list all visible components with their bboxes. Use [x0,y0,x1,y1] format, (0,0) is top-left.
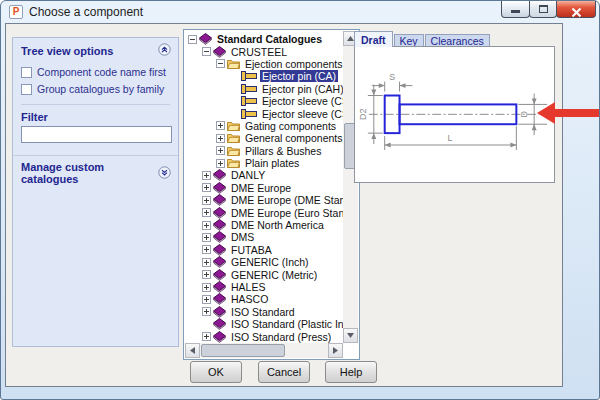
tree-row[interactable]: FUTABA [185,244,343,256]
tree-view-options-title: Tree view options [21,45,113,57]
tree-row[interactable]: DMS [185,231,343,243]
tree-row-label: DME Europe [229,182,293,194]
expand-toggle-plus-icon[interactable] [216,159,225,168]
pin-icon [241,109,257,119]
tree-row[interactable]: Pillars & Bushes [185,145,343,157]
left-panel: Tree view options Component code name fi… [12,37,179,347]
tree-row[interactable]: DME Europe (Euro Standard) [185,206,343,218]
expand-toggle-plus-icon[interactable] [202,258,211,267]
expand-toggle-plus-icon[interactable] [202,221,211,230]
tree-row[interactable]: ISO Standard [185,306,343,318]
dim-label-d2: D2 [358,109,368,120]
book-icon [213,219,226,231]
tree-row[interactable]: DANLY [185,169,343,181]
pin-icon [241,96,257,106]
tree-row[interactable]: Ejection components [185,58,343,70]
scroll-down-button[interactable] [343,328,358,343]
horizontal-scrollbar[interactable] [185,343,343,358]
manage-custom-catalogues-header: Manage custom catalogues [13,155,178,188]
filter-input[interactable] [21,126,172,143]
minimize-button[interactable] [501,1,530,18]
tree-row[interactable]: CRUSTEEL [185,45,343,57]
expand-toggle-minus-icon[interactable] [188,35,197,44]
tree-row[interactable]: HALES [185,281,343,293]
divider [21,104,170,105]
expand-toggle-plus-icon[interactable] [202,208,211,217]
pin-drawing: S D2 L D [355,47,554,183]
tree-row-label: ISO Standard [229,306,297,318]
tree-row[interactable]: General components [185,132,343,144]
scroll-left-button[interactable] [185,343,200,358]
app-icon: P [9,5,23,19]
expand-chevron-icon[interactable] [158,166,171,181]
collapse-chevron-icon[interactable] [158,43,171,58]
expand-toggle-plus-icon[interactable] [202,233,211,242]
tree-row-label: HASCO [229,293,270,305]
filter-label: Filter [21,111,170,123]
checkbox-row-0[interactable]: Component code name first [21,66,172,78]
expand-toggle-plus-icon[interactable] [202,196,211,205]
tab-draft[interactable]: Draft [354,31,393,47]
tree-row[interactable]: DME Europe (DME Standard) [185,194,343,206]
book-icon [213,244,226,256]
book-icon [199,33,212,45]
tree-row-label: ISO Standard (Press) [229,331,333,343]
expand-toggle-minus-icon[interactable] [202,47,211,56]
tree-row[interactable]: Plain plates [185,157,343,169]
expand-toggle-plus-icon[interactable] [202,295,211,304]
tree-row[interactable]: GENERIC (Inch) [185,256,343,268]
expand-toggle-plus-icon[interactable] [202,283,211,292]
help-button[interactable]: Help [325,361,377,383]
book-icon [213,306,226,318]
tree-row-label: Gating components [243,120,338,132]
book-icon [213,46,226,58]
book-icon [213,182,226,194]
tree-row[interactable]: GENERIC (Metric) [185,268,343,280]
expand-toggle-plus-icon[interactable] [202,183,211,192]
tree-row[interactable]: Gating components [185,120,343,132]
cancel-button[interactable]: Cancel [258,361,310,383]
folder-icon [227,59,240,69]
tree-row[interactable]: Ejector sleeve (CSH) [185,107,343,119]
tree-row[interactable]: DME North America [185,219,343,231]
expand-toggle-plus-icon[interactable] [202,270,211,279]
expand-toggle-minus-icon[interactable] [216,59,225,68]
maximize-button[interactable] [529,1,557,18]
expand-toggle-plus-icon[interactable] [202,245,211,254]
scroll-right-button[interactable] [328,343,343,358]
pin-icon [241,71,257,81]
tree-row[interactable]: Standard Catalogues [185,33,343,45]
tree-row-label: DME Europe (Euro Standard) [229,207,343,219]
folder-icon [227,121,240,131]
tree-row[interactable]: HASCO [185,293,343,305]
titlebar[interactable]: P Choose a component [1,1,599,23]
tree-row[interactable]: Ejector pin (CAH) [185,83,343,95]
expand-toggle-plus-icon[interactable] [202,332,211,341]
expand-toggle-plus-icon[interactable] [216,121,225,130]
checkbox-group: Component code name first Group catalogu… [13,66,178,95]
expand-toggle-plus-icon[interactable] [216,146,225,155]
checkbox-icon[interactable] [21,84,32,95]
expand-toggle-plus-icon[interactable] [202,307,211,316]
checkbox-label: Group catalogues by family [37,83,164,95]
checkbox-row-1[interactable]: Group catalogues by family [21,83,172,95]
tree-row[interactable]: Ejector sleeve (CS) [185,95,343,107]
tree-row-label: Standard Catalogues [215,33,324,45]
book-icon [213,256,226,268]
tree-row[interactable]: ISO Standard (Plastic Injecti [185,318,343,330]
expand-toggle-plus-icon[interactable] [202,171,211,180]
tree-row[interactable]: ISO Standard (Press) [185,330,343,342]
folder-icon [227,146,240,156]
tree-row[interactable]: Ejector pin (CA) [185,70,343,82]
checkbox-icon[interactable] [21,67,32,78]
expand-toggle-plus-icon[interactable] [216,134,225,143]
horizontal-scroll-thumb[interactable] [201,344,285,357]
book-icon [213,269,226,281]
book-icon [213,194,226,206]
book-icon [213,293,226,305]
tree-row-label: CRUSTEEL [229,46,289,58]
catalogue-tree-panel: Standard CataloguesCRUSTEELEjection comp… [183,29,360,360]
close-button[interactable] [556,1,596,18]
ok-button[interactable]: OK [190,361,242,383]
tree-row[interactable]: DME Europe [185,182,343,194]
